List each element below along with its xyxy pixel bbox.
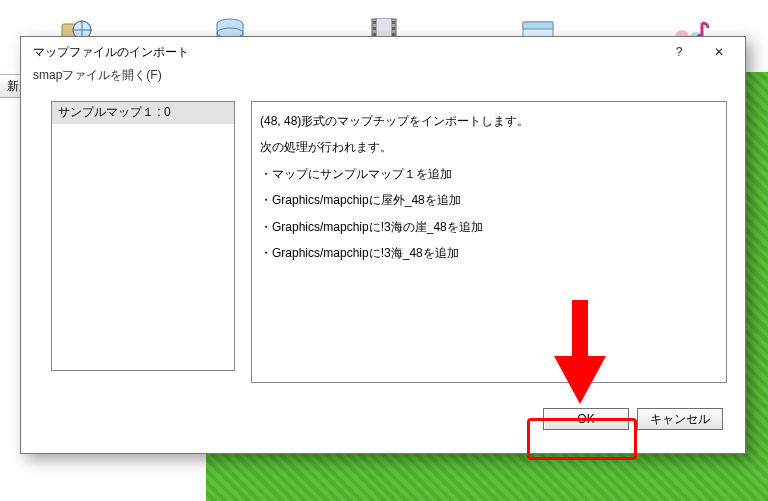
dialog-content: サンプルマップ１ : 0 (48, 48)形式のマップチップをインポートします。… [21, 95, 745, 405]
cancel-button[interactable]: キャンセル [637, 408, 723, 430]
list-item[interactable]: サンプルマップ１ : 0 [52, 102, 234, 124]
svg-rect-18 [523, 22, 553, 29]
desc-line: (48, 48)形式のマップチップをインポートします。 [260, 108, 718, 134]
close-icon: ✕ [714, 45, 724, 59]
svg-rect-8 [373, 27, 376, 30]
dialog-menubar: smapファイルを開く(F) [21, 67, 745, 95]
desc-line: 次の処理が行われます。 [260, 134, 718, 160]
svg-rect-13 [392, 27, 395, 30]
map-listbox[interactable]: サンプルマップ１ : 0 [51, 101, 235, 371]
help-button[interactable]: ? [659, 38, 699, 66]
dialog-footer: OK キャンセル [21, 395, 745, 453]
close-button[interactable]: ✕ [699, 38, 739, 66]
svg-rect-7 [373, 21, 376, 24]
app-background: 新規 定 マップファイルのインポート ? ✕ smapファイルを開く(F) サン… [0, 0, 768, 501]
import-dialog: マップファイルのインポート ? ✕ smapファイルを開く(F) サンプルマップ… [20, 36, 746, 454]
menu-open-smap[interactable]: smapファイルを開く(F) [31, 66, 164, 84]
svg-rect-12 [392, 21, 395, 24]
desc-line: ・Graphics/mapchipに!3海の崖_48を追加 [260, 214, 718, 240]
desc-line: ・Graphics/mapchipに屋外_48を追加 [260, 187, 718, 213]
desc-line: ・Graphics/mapchipに!3海_48を追加 [260, 240, 718, 266]
dialog-titlebar: マップファイルのインポート ? ✕ [21, 37, 745, 67]
import-description[interactable]: (48, 48)形式のマップチップをインポートします。 次の処理が行われます。 … [251, 101, 727, 383]
help-icon: ? [676, 45, 683, 59]
desc-line: ・マップにサンプルマップ１を追加 [260, 161, 718, 187]
dialog-title: マップファイルのインポート [33, 44, 659, 61]
ok-button[interactable]: OK [543, 408, 629, 430]
